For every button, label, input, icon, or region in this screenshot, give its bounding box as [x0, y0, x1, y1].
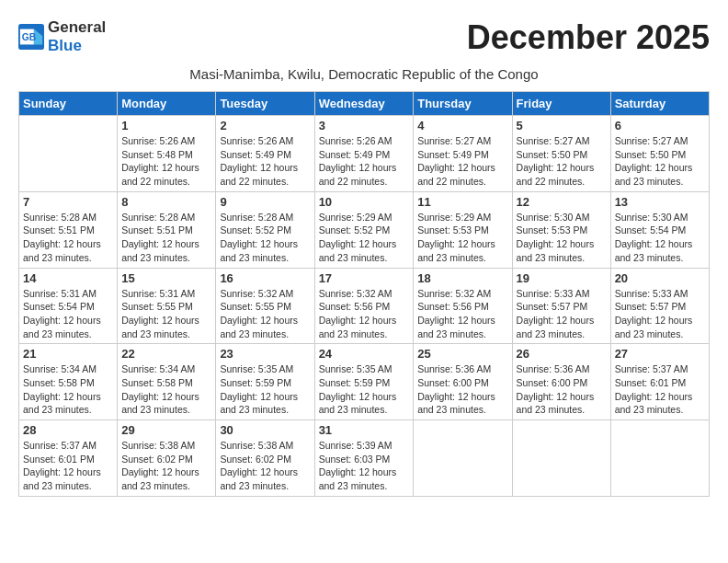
cell-sun-info: Sunrise: 5:38 AMSunset: 6:02 PMDaylight:… [121, 439, 211, 493]
calendar-cell: 23Sunrise: 5:35 AMSunset: 5:59 PMDayligh… [216, 344, 314, 420]
calendar-cell: 5Sunrise: 5:27 AMSunset: 5:50 PMDaylight… [512, 116, 610, 192]
calendar-week-2: 7Sunrise: 5:28 AMSunset: 5:51 PMDaylight… [19, 191, 710, 268]
cell-sun-info: Sunrise: 5:38 AMSunset: 6:02 PMDaylight:… [220, 439, 310, 493]
calendar-cell: 7Sunrise: 5:28 AMSunset: 5:51 PMDaylight… [19, 191, 118, 268]
day-number: 21 [23, 347, 113, 361]
cell-sun-info: Sunrise: 5:39 AMSunset: 6:03 PMDaylight:… [319, 439, 410, 493]
cell-sun-info: Sunrise: 5:28 AMSunset: 5:52 PMDaylight:… [220, 211, 310, 265]
day-header-tuesday: Tuesday [216, 92, 314, 116]
cell-sun-info: Sunrise: 5:33 AMSunset: 5:57 PMDaylight:… [517, 287, 607, 341]
calendar-cell: 22Sunrise: 5:34 AMSunset: 5:58 PMDayligh… [118, 344, 216, 420]
calendar-week-5: 28Sunrise: 5:37 AMSunset: 6:01 PMDayligh… [19, 420, 710, 497]
calendar-cell: 17Sunrise: 5:32 AMSunset: 5:56 PMDayligh… [314, 268, 414, 344]
day-number: 4 [417, 119, 507, 132]
month-title-block: December 2025 [467, 18, 710, 57]
day-number: 2 [220, 119, 310, 132]
day-number: 27 [615, 347, 705, 361]
calendar-cell: 9Sunrise: 5:28 AMSunset: 5:52 PMDaylight… [216, 191, 314, 268]
day-number: 6 [615, 119, 705, 132]
day-number: 10 [319, 195, 410, 209]
calendar-cell: 3Sunrise: 5:26 AMSunset: 5:49 PMDaylight… [314, 116, 414, 192]
cell-sun-info: Sunrise: 5:37 AMSunset: 6:01 PMDaylight:… [23, 439, 113, 493]
cell-sun-info: Sunrise: 5:31 AMSunset: 5:55 PMDaylight:… [121, 287, 211, 341]
calendar-cell: 28Sunrise: 5:37 AMSunset: 6:01 PMDayligh… [19, 420, 118, 497]
calendar-cell: 16Sunrise: 5:32 AMSunset: 5:55 PMDayligh… [216, 268, 314, 344]
logo-text-general: General [48, 18, 106, 36]
day-number: 20 [615, 271, 705, 285]
day-number: 9 [220, 195, 310, 209]
calendar-cell: 10Sunrise: 5:29 AMSunset: 5:52 PMDayligh… [314, 191, 414, 268]
calendar-cell: 12Sunrise: 5:30 AMSunset: 5:53 PMDayligh… [512, 191, 610, 268]
calendar-cell [512, 420, 610, 497]
calendar-cell: 11Sunrise: 5:29 AMSunset: 5:53 PMDayligh… [414, 191, 512, 268]
day-number: 31 [319, 423, 410, 437]
calendar-week-3: 14Sunrise: 5:31 AMSunset: 5:54 PMDayligh… [19, 268, 710, 344]
day-number: 18 [417, 271, 507, 285]
calendar-cell: 31Sunrise: 5:39 AMSunset: 6:03 PMDayligh… [314, 420, 414, 497]
day-number: 25 [417, 347, 507, 361]
day-number: 7 [23, 195, 113, 209]
day-header-friday: Friday [512, 92, 610, 116]
calendar-cell: 20Sunrise: 5:33 AMSunset: 5:57 PMDayligh… [610, 268, 709, 344]
cell-sun-info: Sunrise: 5:34 AMSunset: 5:58 PMDaylight:… [121, 362, 211, 417]
day-header-sunday: Sunday [19, 92, 118, 116]
day-number: 16 [220, 271, 310, 285]
day-number: 1 [121, 119, 211, 132]
day-number: 22 [121, 347, 211, 361]
cell-sun-info: Sunrise: 5:29 AMSunset: 5:53 PMDaylight:… [417, 211, 507, 265]
cell-sun-info: Sunrise: 5:30 AMSunset: 5:54 PMDaylight:… [615, 211, 705, 265]
cell-sun-info: Sunrise: 5:32 AMSunset: 5:55 PMDaylight:… [220, 287, 310, 341]
day-number: 26 [517, 347, 607, 361]
calendar-cell: 27Sunrise: 5:37 AMSunset: 6:01 PMDayligh… [610, 344, 709, 420]
cell-sun-info: Sunrise: 5:32 AMSunset: 5:56 PMDaylight:… [417, 287, 507, 341]
location-title: Masi-Manimba, Kwilu, Democratic Republic… [18, 66, 710, 82]
day-number: 29 [121, 423, 211, 437]
cell-sun-info: Sunrise: 5:27 AMSunset: 5:50 PMDaylight:… [517, 134, 607, 189]
calendar-cell: 8Sunrise: 5:28 AMSunset: 5:51 PMDaylight… [118, 191, 216, 268]
calendar-cell: 25Sunrise: 5:36 AMSunset: 6:00 PMDayligh… [414, 344, 512, 420]
cell-sun-info: Sunrise: 5:32 AMSunset: 5:56 PMDaylight:… [319, 287, 410, 341]
day-number: 11 [417, 195, 507, 209]
cell-sun-info: Sunrise: 5:33 AMSunset: 5:57 PMDaylight:… [615, 287, 705, 341]
cell-sun-info: Sunrise: 5:26 AMSunset: 5:49 PMDaylight:… [220, 134, 310, 189]
cell-sun-info: Sunrise: 5:35 AMSunset: 5:59 PMDaylight:… [220, 362, 310, 417]
calendar-cell: 19Sunrise: 5:33 AMSunset: 5:57 PMDayligh… [512, 268, 610, 344]
calendar-week-1: 1Sunrise: 5:26 AMSunset: 5:48 PMDaylight… [19, 116, 710, 192]
calendar-cell: 26Sunrise: 5:36 AMSunset: 6:00 PMDayligh… [512, 344, 610, 420]
calendar-cell: 6Sunrise: 5:27 AMSunset: 5:50 PMDaylight… [610, 116, 709, 192]
logo-text-blue: Blue [48, 37, 82, 54]
calendar-week-4: 21Sunrise: 5:34 AMSunset: 5:58 PMDayligh… [19, 344, 710, 420]
day-number: 19 [517, 271, 607, 285]
logo: GB General Blue [18, 18, 106, 55]
cell-sun-info: Sunrise: 5:35 AMSunset: 5:59 PMDaylight:… [319, 362, 410, 417]
day-header-wednesday: Wednesday [314, 92, 414, 116]
day-number: 17 [319, 271, 410, 285]
cell-sun-info: Sunrise: 5:34 AMSunset: 5:58 PMDaylight:… [23, 362, 113, 417]
cell-sun-info: Sunrise: 5:36 AMSunset: 6:00 PMDaylight:… [417, 362, 507, 417]
day-number: 5 [517, 119, 607, 132]
day-header-monday: Monday [118, 92, 216, 116]
day-number: 28 [23, 423, 113, 437]
day-number: 3 [319, 119, 410, 132]
calendar-cell: 29Sunrise: 5:38 AMSunset: 6:02 PMDayligh… [118, 420, 216, 497]
cell-sun-info: Sunrise: 5:26 AMSunset: 5:49 PMDaylight:… [319, 134, 410, 189]
calendar-table: SundayMondayTuesdayWednesdayThursdayFrid… [18, 91, 710, 497]
header-row: SundayMondayTuesdayWednesdayThursdayFrid… [19, 92, 710, 116]
cell-sun-info: Sunrise: 5:28 AMSunset: 5:51 PMDaylight:… [23, 211, 113, 265]
cell-sun-info: Sunrise: 5:28 AMSunset: 5:51 PMDaylight:… [121, 211, 211, 265]
day-number: 30 [220, 423, 310, 437]
cell-sun-info: Sunrise: 5:27 AMSunset: 5:50 PMDaylight:… [615, 134, 705, 189]
calendar-cell: 1Sunrise: 5:26 AMSunset: 5:48 PMDaylight… [118, 116, 216, 192]
calendar-cell: 2Sunrise: 5:26 AMSunset: 5:49 PMDaylight… [216, 116, 314, 192]
calendar-cell: 13Sunrise: 5:30 AMSunset: 5:54 PMDayligh… [610, 191, 709, 268]
cell-sun-info: Sunrise: 5:27 AMSunset: 5:49 PMDaylight:… [417, 134, 507, 189]
calendar-cell: 4Sunrise: 5:27 AMSunset: 5:49 PMDaylight… [414, 116, 512, 192]
cell-sun-info: Sunrise: 5:29 AMSunset: 5:52 PMDaylight:… [319, 211, 410, 265]
day-number: 24 [319, 347, 410, 361]
day-header-thursday: Thursday [414, 92, 512, 116]
calendar-cell: 24Sunrise: 5:35 AMSunset: 5:59 PMDayligh… [314, 344, 414, 420]
calendar-cell [610, 420, 709, 497]
calendar-cell: 30Sunrise: 5:38 AMSunset: 6:02 PMDayligh… [216, 420, 314, 497]
day-number: 13 [615, 195, 705, 209]
day-number: 23 [220, 347, 310, 361]
